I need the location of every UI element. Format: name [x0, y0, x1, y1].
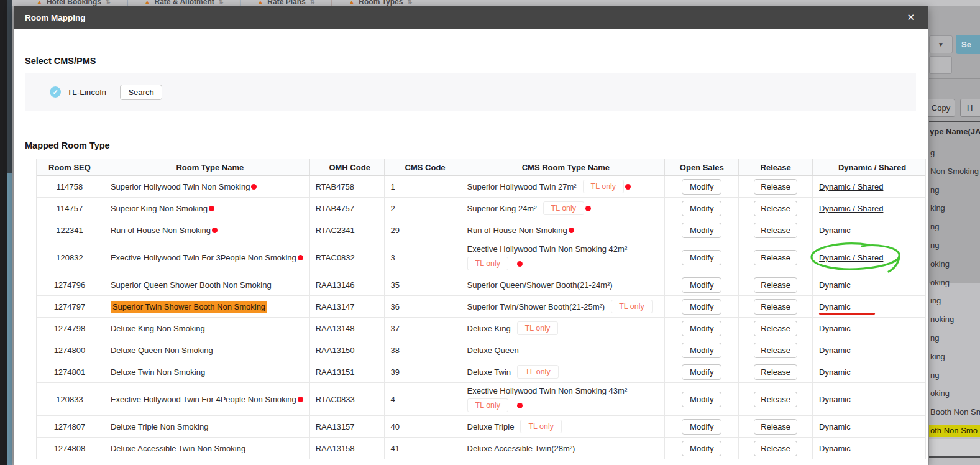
modify-button[interactable]: Modify [682, 441, 721, 456]
room-seq-cell: 114757 [37, 198, 103, 219]
column-header-open-sales: Open Sales [665, 159, 739, 175]
cms-code-cell: 3 [385, 241, 460, 274]
background-text-input[interactable] [929, 56, 952, 74]
room-seq-cell: 1274798 [37, 318, 103, 339]
room-seq-cell: 1274796 [37, 274, 103, 295]
divider [929, 78, 980, 79]
room-mapping-dialog: Room Mapping ✕ Select CMS/PMS ✓ TL-Linco… [14, 6, 928, 465]
modify-button[interactable]: Modify [682, 299, 721, 315]
release-button[interactable]: Release [754, 223, 797, 238]
tab-label: Rate Plans [267, 0, 305, 6]
cms-room-type-name: Exective Hollywood Twin Non Smoking 43m² [467, 386, 628, 395]
page-scrollbar-thumb[interactable] [7, 173, 12, 465]
cms-room-type-name-cell: Deluxe KingTL only [460, 318, 666, 339]
modify-button[interactable]: Modify [682, 179, 721, 195]
background-row: Non Smoking [929, 165, 980, 178]
background-copy-button[interactable]: Copy [927, 99, 955, 117]
cms-room-type-name-cell: Run of House Non Smoking [460, 219, 666, 241]
room-type-name-cell: Exective Hollywood Twin For 4People Non … [103, 383, 310, 415]
release-button[interactable]: Release [754, 321, 797, 336]
modify-button[interactable]: Modify [682, 343, 721, 358]
mapping-value[interactable]: Dynamic / Shared [819, 253, 883, 262]
cms-room-type-name-cell: Deluxe Accessible Twin(28m²) [460, 438, 666, 459]
room-type-name: Deluxe Queen Non Smoking [111, 346, 213, 355]
mapping-value: Dynamic [819, 346, 851, 355]
background-h-button[interactable]: H [960, 99, 980, 117]
dialog-title: Room Mapping [25, 13, 86, 22]
release-button[interactable]: Release [754, 343, 797, 358]
background-row: king [929, 202, 980, 214]
release-cell: Release [739, 198, 813, 219]
tab-rate-plans[interactable]: ▲Rate Plans⇅ [257, 0, 314, 6]
column-header-room-seq: Room SEQ [37, 159, 103, 175]
warning-icon: ▲ [349, 0, 354, 5]
dynamic-shared-cell: Dynamic [813, 438, 925, 459]
modify-button[interactable]: Modify [682, 419, 721, 435]
modify-button[interactable]: Modify [682, 392, 721, 407]
tab-rate-allotment[interactable]: ▲Rate & Allotment⇅ [145, 0, 224, 6]
tl-only-badge: TL only [583, 180, 625, 193]
release-button[interactable]: Release [754, 299, 797, 315]
search-button-label: Se [961, 40, 971, 49]
room-seq-cell: 122341 [37, 219, 103, 241]
release-button[interactable]: Release [754, 441, 797, 456]
mapping-value: Dynamic [819, 444, 851, 453]
modify-button[interactable]: Modify [682, 201, 721, 216]
dynamic-shared-cell: Dynamic [813, 416, 925, 437]
mapping-value[interactable]: Dynamic / Shared [819, 204, 883, 213]
release-button[interactable]: Release [754, 179, 797, 195]
release-button[interactable]: Release [754, 392, 797, 407]
release-button[interactable]: Release [754, 201, 797, 216]
open-sales-cell: Modify [665, 383, 739, 415]
omh-code-cell: RAA13148 [310, 318, 385, 339]
mapping-value: Dynamic [819, 422, 851, 431]
table-row: 1274800Deluxe Queen Non SmokingRAA131503… [37, 339, 925, 361]
open-sales-cell: Modify [665, 318, 739, 339]
background-row: ng [929, 184, 980, 196]
warning-icon: ▲ [37, 0, 42, 5]
background-row: noking [929, 313, 980, 326]
modify-button[interactable]: Modify [682, 364, 721, 380]
release-button[interactable]: Release [754, 250, 797, 265]
open-sales-cell: Modify [665, 176, 739, 197]
tab-divider: | [126, 0, 128, 6]
sort-arrows-icon: ⇅ [219, 0, 224, 5]
tab-hotel-bookings[interactable]: ▲Hotel Bookings⇅ [37, 0, 110, 6]
background-row: king [929, 351, 980, 363]
dialog-header: Room Mapping ✕ [14, 6, 928, 29]
modify-button[interactable]: Modify [682, 223, 721, 238]
modify-button[interactable]: Modify [682, 250, 721, 265]
room-seq-cell: 1274800 [37, 339, 103, 361]
background-search-button[interactable]: Se [956, 35, 980, 54]
release-button[interactable]: Release [754, 277, 797, 293]
mapped-room-table: Room SEQRoom Type NameOMH CodeCMS CodeCM… [36, 159, 926, 459]
red-dot-icon [625, 184, 631, 190]
release-button[interactable]: Release [754, 364, 797, 380]
search-button[interactable]: Search [120, 85, 162, 100]
cms-room-type-name: Deluxe Twin [467, 367, 511, 377]
table-row: 114758Superior Hollywood Twin Non Smokin… [37, 176, 925, 198]
background-row: ng [929, 369, 980, 382]
cms-room-type-name: Deluxe Accessible Twin(28m²) [467, 444, 575, 453]
modify-button[interactable]: Modify [682, 321, 721, 336]
dynamic-shared-cell: Dynamic [813, 219, 925, 241]
mapping-value[interactable]: Dynamic / Shared [819, 182, 883, 191]
cms-code-cell: 1 [385, 176, 460, 197]
cms-room-type-name-cell: Superior Twin/Shower Booth(21-25m²)TL on… [460, 296, 666, 317]
background-dropdown-button[interactable]: ▼ [929, 35, 953, 53]
sort-arrows-icon: ⇅ [407, 0, 412, 5]
sort-arrows-icon: ⇅ [106, 0, 111, 5]
release-button[interactable]: Release [754, 419, 797, 435]
open-sales-cell: Modify [665, 198, 739, 219]
room-seq-cell: 1274808 [37, 438, 103, 459]
mapping-value: Dynamic [819, 324, 851, 333]
tl-only-badge: TL only [467, 257, 509, 270]
release-cell: Release [739, 383, 813, 415]
tab-room-types[interactable]: ▲Room Types⇅ [349, 0, 412, 6]
dynamic-shared-cell: Dynamic / Shared [813, 198, 925, 219]
background-tab-bar: ▲Hotel Bookings⇅|▲Rate & Allotment⇅|▲Rat… [37, 0, 412, 6]
column-header-cms-room-type-name: CMS Room Type Name [460, 159, 666, 175]
modify-button[interactable]: Modify [682, 277, 721, 293]
cms-code-cell: 41 [385, 438, 460, 459]
close-icon[interactable]: ✕ [907, 12, 915, 23]
